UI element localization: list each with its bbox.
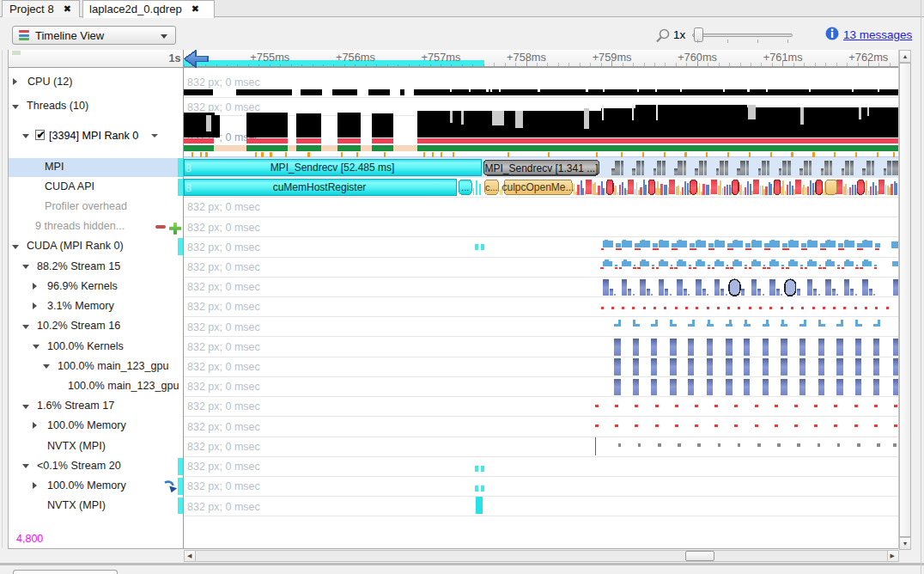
svg-text:+757ms: +757ms xyxy=(421,51,460,64)
svg-text:832 px; 0 msec: 832 px; 0 msec xyxy=(187,76,260,89)
svg-text:832 px; 0 msec: 832 px; 0 msec xyxy=(187,301,260,313)
svg-text:832 px; 0 msec: 832 px; 0 msec xyxy=(187,441,260,453)
svg-text:832 px; 0 msec: 832 px; 0 msec xyxy=(187,501,260,513)
svg-text:832 px; 0 msec: 832 px; 0 msec xyxy=(187,101,260,113)
svg-text:832 px; 0 msec: 832 px; 0 msec xyxy=(187,480,260,492)
svg-text:832 px; 0 msec: 832 px; 0 msec xyxy=(187,361,260,373)
svg-text:+755ms: +755ms xyxy=(250,51,289,64)
svg-text:832 px; 0 msec: 832 px; 0 msec xyxy=(187,400,260,412)
svg-text:832 px; 0 msec: 832 px; 0 msec xyxy=(187,381,260,393)
svg-text:832 px; 0 msec: 832 px; 0 msec xyxy=(187,261,260,273)
svg-text:+758ms: +758ms xyxy=(507,51,546,64)
svg-text:8: 8 xyxy=(185,162,191,174)
svg-text:...: ... xyxy=(461,182,469,192)
svg-text:832 px; 0 msec: 832 px; 0 msec xyxy=(187,321,260,333)
svg-text:832 px; 0 msec: 832 px; 0 msec xyxy=(187,341,260,353)
svg-text:culpcOpenMe...: culpcOpenMe... xyxy=(502,181,574,193)
svg-text:+760ms: +760ms xyxy=(678,51,717,64)
svg-text:+759ms: +759ms xyxy=(593,51,632,64)
svg-text:832 px; 0 msec: 832 px; 0 msec xyxy=(187,222,260,234)
svg-text:832 px; 0 msec: 832 px; 0 msec xyxy=(187,421,260,433)
svg-text:832 px; 0 msec: 832 px; 0 msec xyxy=(187,461,260,473)
svg-text:+756ms: +756ms xyxy=(336,51,375,64)
svg-text:MPI_Sendrecv [1.341 ...]: MPI_Sendrecv [1.341 ...] xyxy=(484,162,598,174)
svg-text:cuMemHostRegister: cuMemHostRegister xyxy=(273,181,367,193)
svg-text:+762ms: +762ms xyxy=(848,51,888,64)
svg-text:832 px; 0 msec: 832 px; 0 msec xyxy=(187,281,260,293)
svg-text:MPI_Sendrecv [52.485 ms]: MPI_Sendrecv [52.485 ms] xyxy=(271,162,395,174)
svg-text:832 px; 0 msec: 832 px; 0 msec xyxy=(187,241,260,253)
svg-text:c...: c... xyxy=(485,182,498,192)
svg-text:8: 8 xyxy=(185,182,191,194)
svg-text:+761ms: +761ms xyxy=(763,51,803,64)
svg-text:832 px; 0 msec: 832 px; 0 msec xyxy=(187,201,260,213)
